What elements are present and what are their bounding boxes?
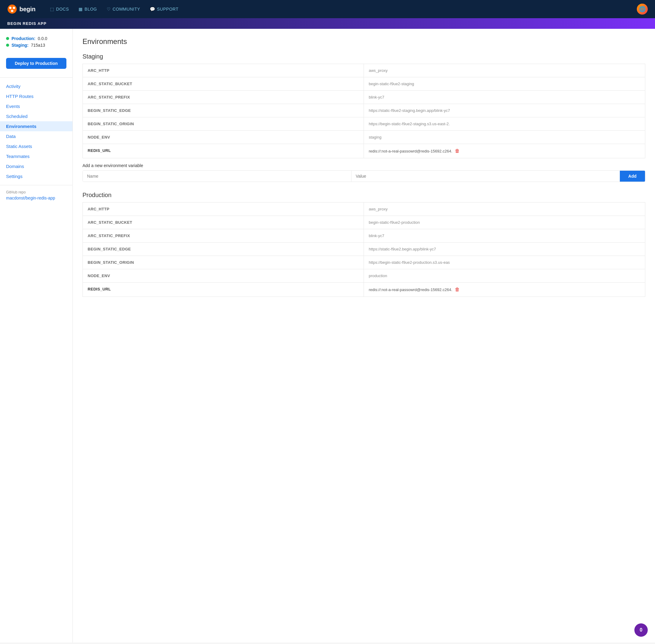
add-staging-env-section: Add a new environment variable Add	[83, 163, 645, 182]
sidebar-item-domains[interactable]: Domains	[0, 161, 72, 171]
env-key: ARC_STATIC_BUCKET	[83, 77, 364, 90]
env-value: https://begin-static-f9ue2-staging.s3.us…	[364, 117, 645, 130]
env-value: aws_proxy	[364, 64, 645, 77]
github-link[interactable]: macdonst/begin-redis-app	[6, 196, 66, 201]
sidebar-item-activity[interactable]: Activity	[0, 81, 72, 91]
sidebar-item-static-assets[interactable]: Static Assets	[0, 141, 72, 151]
app-banner: BEGIN REDIS APP	[0, 18, 655, 29]
env-value: redis://:not-a-real-passowrd@redis-15692…	[364, 144, 645, 158]
table-row: ARC_STATIC_BUCKETbegin-static-f9ue2-stag…	[83, 77, 645, 91]
table-row: NODE_ENVproduction	[83, 269, 645, 282]
begin-logo-icon	[7, 4, 17, 14]
delete-env-icon[interactable]: 🗑	[455, 148, 460, 154]
docs-icon: ⬚	[50, 7, 54, 12]
table-row: BEGIN_STATIC_EDGEhttps://static-f9ue2-st…	[83, 104, 645, 117]
heart-icon: ♡	[107, 7, 111, 12]
env-name-input[interactable]	[83, 171, 352, 182]
env-key: REDIS_URL	[83, 282, 364, 297]
sidebar-github: GitHub repo macdonst/begin-redis-app	[0, 185, 72, 201]
env-value: https://static-f9ue2-staging.begin.app/b…	[364, 104, 645, 117]
topnav: begin ⬚ DOCS ▦ BLOG ♡ COMMUNITY 💬 SUPPOR…	[0, 0, 655, 18]
table-row: REDIS_URLredis://:not-a-real-passowrd@re…	[83, 282, 645, 297]
production-status-dot	[6, 37, 9, 40]
env-value: https://begin-static-f9ue2-production.s3…	[364, 256, 645, 269]
env-key: ARC_HTTP	[83, 203, 364, 215]
add-env-label: Add a new environment variable	[83, 163, 645, 168]
svg-point-1	[9, 7, 12, 9]
env-key: BEGIN_STATIC_ORIGIN	[83, 256, 364, 269]
sidebar-item-environments[interactable]: Environments	[0, 121, 72, 131]
env-key: BEGIN_STATIC_ORIGIN	[83, 117, 364, 130]
sidebar-item-http-routes[interactable]: HTTP Routes	[0, 91, 72, 101]
table-row: BEGIN_STATIC_EDGEhttps://static-f9ue2.be…	[83, 243, 645, 256]
env-value: begin-static-f9ue2-production	[364, 216, 645, 229]
env-key: BEGIN_STATIC_EDGE	[83, 104, 364, 117]
env-value-input[interactable]	[352, 171, 620, 182]
env-key: ARC_STATIC_PREFIX	[83, 229, 364, 242]
production-section: Production ARC_HTTPaws_proxyARC_STATIC_B…	[83, 192, 645, 297]
nav-support[interactable]: 💬 SUPPORT	[150, 7, 178, 12]
layout: Production: 0.0.0 Staging: 715a13 Deploy…	[0, 29, 655, 643]
table-row: ARC_STATIC_PREFIXblink-yc7	[83, 91, 645, 104]
sidebar-nav: ActivityHTTP RoutesEventsScheduledEnviro…	[0, 80, 72, 183]
env-value: redis://:not-a-real-passowrd@redis-15692…	[364, 282, 645, 297]
sidebar-item-data[interactable]: Data	[0, 131, 72, 141]
env-key: ARC_STATIC_PREFIX	[83, 91, 364, 104]
logo[interactable]: begin	[7, 4, 36, 14]
env-key: ARC_HTTP	[83, 64, 364, 77]
blog-icon: ▦	[78, 7, 83, 12]
sidebar-item-settings[interactable]: Settings	[0, 171, 72, 181]
sidebar-item-scheduled[interactable]: Scheduled	[0, 111, 72, 121]
delete-env-icon[interactable]: 🗑	[455, 287, 460, 292]
env-key: BEGIN_STATIC_EDGE	[83, 243, 364, 256]
production-section-title: Production	[83, 192, 645, 199]
env-key: REDIS_URL	[83, 144, 364, 158]
env-key: ARC_STATIC_BUCKET	[83, 216, 364, 229]
nav-community[interactable]: ♡ COMMUNITY	[107, 7, 140, 12]
staging-status-dot	[6, 44, 9, 47]
main-content: Environments Staging ARC_HTTPaws_proxyAR…	[73, 29, 655, 643]
table-row: BEGIN_STATIC_ORIGINhttps://begin-static-…	[83, 256, 645, 269]
env-key: NODE_ENV	[83, 131, 364, 144]
nav-blog[interactable]: ▦ BLOG	[78, 7, 97, 12]
avatar[interactable]: 🌐	[637, 4, 648, 15]
table-row: ARC_STATIC_PREFIXblink-yc7	[83, 229, 645, 243]
env-value: https://static-f9ue2.begin.app/blink-yc7	[364, 243, 645, 256]
table-row: BEGIN_STATIC_ORIGINhttps://begin-static-…	[83, 117, 645, 131]
notification-badge[interactable]: 0	[634, 623, 648, 637]
svg-point-3	[11, 10, 13, 12]
svg-point-2	[13, 7, 15, 9]
nav-docs[interactable]: ⬚ DOCS	[50, 7, 69, 12]
table-row: ARC_HTTPaws_proxy	[83, 64, 645, 77]
env-value: production	[364, 269, 645, 282]
table-row: ARC_HTTPaws_proxy	[83, 203, 645, 216]
svg-point-0	[7, 4, 17, 14]
staging-env-table: ARC_HTTPaws_proxyARC_STATIC_BUCKETbegin-…	[83, 64, 645, 158]
env-key: NODE_ENV	[83, 269, 364, 282]
table-row: NODE_ENVstaging	[83, 131, 645, 144]
add-env-button[interactable]: Add	[620, 171, 645, 182]
env-value: aws_proxy	[364, 203, 645, 215]
sidebar: Production: 0.0.0 Staging: 715a13 Deploy…	[0, 29, 73, 643]
sidebar-status: Production: 0.0.0 Staging: 715a13	[0, 36, 72, 54]
staging-section-title: Staging	[83, 53, 645, 60]
table-row: REDIS_URLredis://:not-a-real-passowrd@re…	[83, 144, 645, 158]
deploy-to-production-button[interactable]: Deploy to Production	[6, 58, 66, 69]
sidebar-item-teammates[interactable]: Teammates	[0, 151, 72, 161]
staging-section: Staging ARC_HTTPaws_proxyARC_STATIC_BUCK…	[83, 53, 645, 182]
staging-status: Staging: 715a13	[6, 43, 66, 48]
env-value: staging	[364, 131, 645, 144]
env-value: begin-static-f9ue2-staging	[364, 77, 645, 90]
production-status: Production: 0.0.0	[6, 36, 66, 41]
add-env-form: Add	[83, 170, 645, 182]
env-value: blink-yc7	[364, 229, 645, 242]
production-env-table: ARC_HTTPaws_proxyARC_STATIC_BUCKETbegin-…	[83, 202, 645, 297]
logo-text: begin	[19, 6, 36, 13]
page-title: Environments	[83, 37, 645, 46]
sidebar-item-events[interactable]: Events	[0, 101, 72, 111]
table-row: ARC_STATIC_BUCKETbegin-static-f9ue2-prod…	[83, 216, 645, 229]
chat-icon: 💬	[150, 7, 155, 12]
env-value: blink-yc7	[364, 91, 645, 104]
